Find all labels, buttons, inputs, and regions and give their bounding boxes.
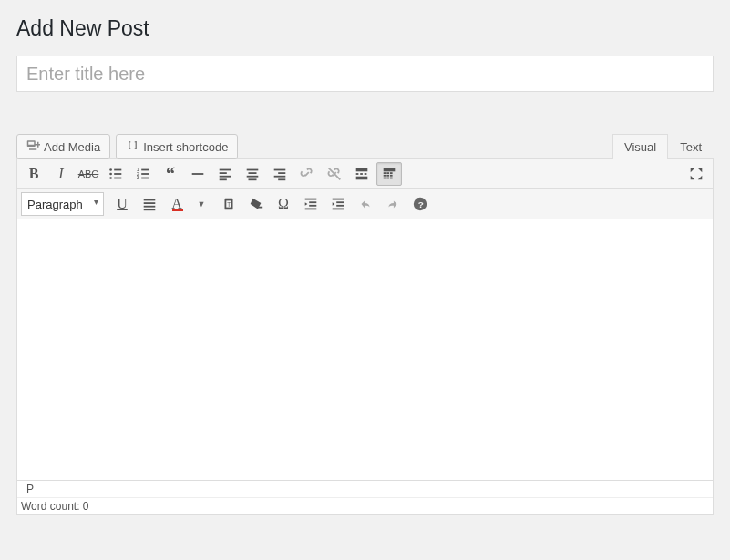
fullscreen-button[interactable] [684,162,709,186]
svg-point-2 [109,177,112,179]
post-title-input[interactable] [16,56,714,92]
editor-container: B I ABC 123 “ Paragraph U A ▼ T Ω [16,158,714,515]
svg-rect-24 [278,178,285,180]
bullet-list-button[interactable] [103,162,129,186]
svg-rect-25 [356,168,368,172]
svg-rect-27 [360,173,363,175]
svg-rect-31 [384,172,386,174]
svg-text:T: T [227,201,231,208]
add-media-label: Add Media [44,140,100,154]
svg-rect-35 [386,175,389,177]
svg-rect-21 [274,169,286,171]
svg-rect-40 [144,199,156,201]
word-count-row: Word count: 0 [17,497,713,514]
numbered-list-button[interactable]: 123 [130,162,156,186]
svg-rect-29 [356,177,368,180]
link-button[interactable] [294,162,320,186]
svg-rect-51 [305,209,317,210]
insert-shortcode-button[interactable]: Insert shortcode [116,134,238,159]
svg-rect-12 [192,173,204,175]
element-path[interactable]: P [17,480,713,497]
svg-rect-32 [386,172,389,174]
svg-rect-50 [309,205,316,207]
svg-rect-33 [390,172,393,174]
help-button[interactable]: ? [407,192,433,216]
editor-content-area[interactable] [17,219,713,480]
unlink-button[interactable] [322,162,347,186]
svg-rect-13 [220,169,231,171]
svg-rect-47 [258,207,262,209]
svg-point-0 [109,168,112,171]
indent-button[interactable] [325,192,351,216]
svg-rect-17 [247,169,259,171]
undo-button[interactable] [353,192,378,216]
blockquote-button[interactable]: “ [158,162,183,186]
svg-rect-41 [144,202,156,204]
format-select[interactable]: Paragraph [21,192,104,216]
svg-rect-39 [390,178,393,179]
svg-rect-49 [309,201,316,203]
svg-rect-34 [384,175,386,177]
justify-button[interactable] [137,192,162,216]
svg-rect-14 [220,172,227,174]
redo-button[interactable] [380,192,406,216]
svg-point-1 [109,173,112,176]
outdent-button[interactable] [298,192,324,216]
page-title: Add New Post [16,16,714,41]
clear-formatting-button[interactable] [243,192,269,216]
media-icon [26,138,40,155]
svg-rect-52 [333,199,344,200]
svg-text:?: ? [418,199,424,209]
svg-rect-18 [249,172,257,174]
align-left-button[interactable] [212,162,238,186]
svg-rect-26 [356,173,359,175]
toolbar-row-2: Paragraph U A ▼ T Ω ? [17,189,713,219]
word-count-value: 0 [83,500,89,513]
add-media-button[interactable]: Add Media [16,134,110,159]
svg-rect-54 [336,205,344,207]
toolbar-toggle-button[interactable] [376,162,402,186]
special-char-button[interactable]: Ω [271,192,296,216]
toolbar-row-1: B I ABC 123 “ [17,159,713,189]
tab-text[interactable]: Text [668,134,714,159]
align-center-button[interactable] [240,162,265,186]
insert-shortcode-label: Insert shortcode [143,140,228,154]
text-color-button[interactable]: A [164,192,190,216]
svg-rect-5 [114,178,121,179]
text-color-dropdown[interactable]: ▼ [189,192,214,216]
svg-rect-43 [144,209,156,210]
svg-rect-23 [274,176,286,178]
bold-button[interactable]: B [21,162,46,186]
tab-visual[interactable]: Visual [612,134,668,159]
svg-rect-28 [365,173,367,175]
shortcode-icon [126,138,139,155]
svg-rect-36 [390,175,393,177]
svg-rect-16 [220,178,227,180]
svg-text:3: 3 [137,175,139,180]
italic-button[interactable]: I [48,162,74,186]
hr-button[interactable] [185,162,211,186]
svg-rect-9 [141,169,149,171]
svg-rect-19 [247,176,259,178]
svg-rect-20 [249,178,257,180]
svg-rect-11 [141,178,149,179]
read-more-button[interactable] [349,162,375,186]
svg-rect-15 [220,176,231,178]
paste-text-button[interactable]: T [216,192,242,216]
svg-rect-55 [333,209,344,210]
svg-rect-38 [386,178,389,179]
svg-rect-53 [336,201,344,203]
svg-rect-42 [144,206,156,208]
strikethrough-button[interactable]: ABC [76,162,101,186]
svg-rect-4 [114,173,121,175]
align-right-button[interactable] [267,162,293,186]
underline-button[interactable]: U [109,192,135,216]
svg-rect-48 [305,199,317,200]
svg-rect-3 [114,169,121,171]
svg-rect-22 [278,172,285,174]
svg-rect-10 [141,173,149,175]
word-count-label: Word count: [21,500,79,513]
svg-rect-30 [384,168,396,172]
svg-rect-37 [384,178,386,179]
